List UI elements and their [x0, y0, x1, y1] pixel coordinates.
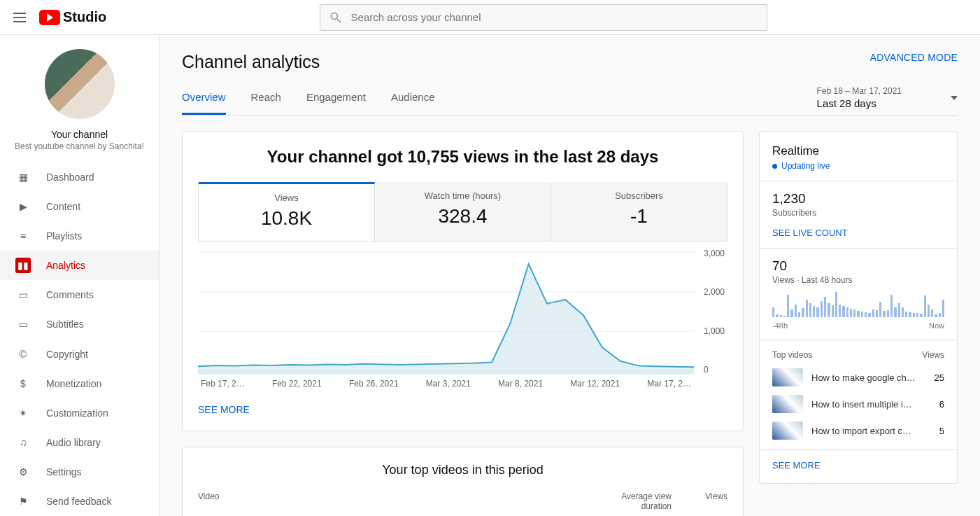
- hamburger-menu-icon[interactable]: [11, 9, 28, 26]
- page-title: Channel analytics: [182, 52, 320, 72]
- sidebar-item-settings[interactable]: ⚙Settings: [0, 457, 159, 487]
- date-range-label: Last 28 days: [817, 97, 902, 109]
- metric-subscribers[interactable]: Subscribers -1: [551, 182, 727, 241]
- realtime-title: Realtime: [772, 144, 944, 158]
- comments-icon: ▭: [15, 287, 31, 302]
- sidebar-item-dashboard[interactable]: ▦Dashboard: [0, 162, 159, 192]
- channel-subtitle: Best youtube channel by Sanchita!: [15, 141, 144, 151]
- tab-overview[interactable]: Overview: [182, 91, 226, 115]
- sidebar-item-audio-library[interactable]: ♫Audio library: [0, 428, 159, 457]
- advanced-mode-link[interactable]: ADVANCED MODE: [870, 52, 958, 63]
- realtime-views-48h: 70: [772, 258, 944, 274]
- realtime-video-row[interactable]: How to insert multiple images…6: [772, 395, 944, 413]
- video-thumbnail: [772, 421, 803, 440]
- dollar-icon: $: [15, 376, 31, 391]
- sidebar-item-comments[interactable]: ▭Comments: [0, 280, 159, 309]
- views-line-chart: 3,0002,0001,0000: [198, 249, 694, 375]
- tab-reach[interactable]: Reach: [251, 91, 281, 115]
- see-live-count-link[interactable]: SEE LIVE COUNT: [772, 228, 944, 238]
- brand-text: Studio: [63, 9, 106, 25]
- app-header: Studio: [0, 0, 980, 35]
- video-thumbnail: [772, 368, 803, 386]
- sidebar-item-playlists[interactable]: ≡Playlists: [0, 221, 159, 251]
- channel-avatar[interactable]: [45, 49, 115, 119]
- wand-icon: ✶: [15, 405, 31, 421]
- realtime-video-row[interactable]: How to import export cookies…5: [772, 421, 944, 440]
- realtime-status: Updating live: [772, 161, 944, 171]
- studio-logo[interactable]: Studio: [39, 9, 106, 25]
- realtime-subscribers: 1,230: [772, 191, 944, 207]
- top-videos-card: Your top videos in this period Video Ave…: [182, 447, 744, 516]
- headline-text: Your channel got 10,755 views in the las…: [198, 147, 727, 167]
- copyright-icon: ©: [15, 347, 31, 362]
- main-content: Channel analytics ADVANCED MODE Overview…: [159, 35, 980, 516]
- tab-audience[interactable]: Audience: [391, 91, 435, 115]
- sidebar-item-customization[interactable]: ✶Customization: [0, 398, 159, 428]
- dashboard-icon: ▦: [15, 169, 31, 185]
- top-videos-title: Your top videos in this period: [198, 463, 727, 477]
- sidebar-item-feedback[interactable]: ⚑Send feedback: [0, 487, 159, 516]
- gear-icon: ⚙: [15, 464, 31, 480]
- metric-views[interactable]: Views 10.8K: [199, 182, 375, 241]
- chevron-down-icon: [951, 96, 958, 100]
- sidebar-item-subtitles[interactable]: ▭Subtitles: [0, 309, 159, 339]
- see-more-button[interactable]: SEE MORE: [198, 404, 727, 415]
- sidebar: Your channel Best youtube channel by San…: [0, 35, 159, 516]
- sidebar-item-content[interactable]: ▶Content: [0, 192, 159, 221]
- sidebar-item-monetization[interactable]: $Monetization: [0, 369, 159, 398]
- metric-watch-time[interactable]: Watch time (hours) 328.4: [375, 182, 551, 241]
- live-dot-icon: [772, 164, 777, 169]
- analytics-icon: ▮▮: [15, 258, 31, 273]
- subtitles-icon: ▭: [15, 316, 31, 332]
- sidebar-item-analytics[interactable]: ▮▮Analytics: [0, 251, 159, 280]
- sidebar-item-copyright[interactable]: ©Copyright: [0, 339, 159, 368]
- realtime-card: Realtime Updating live 1,230 Subscribers…: [759, 131, 958, 484]
- realtime-video-row[interactable]: How to make google chrome…25: [772, 368, 944, 386]
- analytics-tabs: Overview Reach Engagement Audience: [182, 91, 435, 115]
- date-range-text: Feb 18 – Mar 17, 2021: [817, 86, 902, 96]
- feedback-icon: ⚑: [15, 494, 31, 509]
- realtime-sparkline: [772, 292, 944, 317]
- realtime-see-more-link[interactable]: SEE MORE: [772, 460, 944, 470]
- audio-icon: ♫: [15, 435, 31, 450]
- playlist-icon: ≡: [15, 228, 31, 244]
- youtube-play-icon: [39, 10, 60, 25]
- content-icon: ▶: [15, 199, 31, 214]
- channel-name: Your channel: [51, 129, 108, 140]
- video-thumbnail: [772, 395, 803, 413]
- search-icon: [329, 11, 343, 25]
- tab-engagement[interactable]: Engagement: [306, 91, 366, 115]
- search-input[interactable]: [351, 11, 758, 23]
- date-range-picker[interactable]: Feb 18 – Mar 17, 2021 Last 28 days: [817, 86, 958, 115]
- search-box[interactable]: [320, 4, 767, 31]
- overview-card: Your channel got 10,755 views in the las…: [182, 131, 744, 431]
